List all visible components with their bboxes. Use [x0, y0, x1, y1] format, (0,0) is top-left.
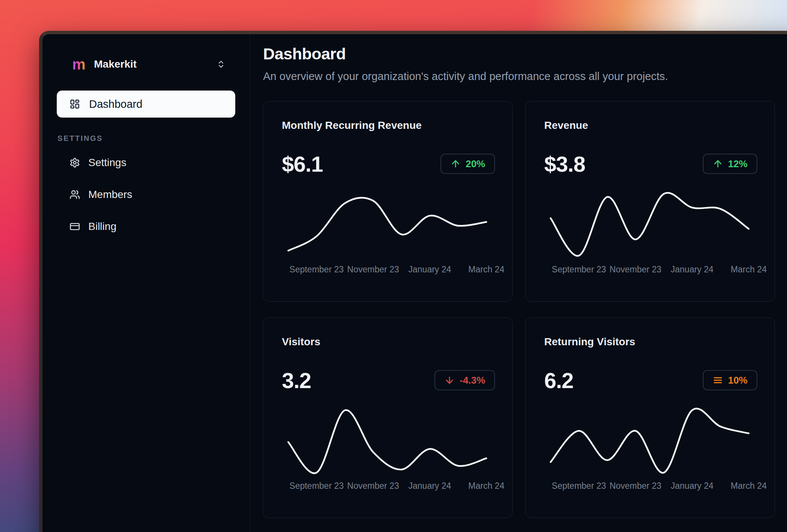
metric-card-returning-visitors: Returning Visitors 6.2 10% — [525, 317, 775, 518]
trend-badge: 10% — [703, 370, 757, 390]
sidebar: m Makerkit Dashboard SETTINGS Settings M… — [42, 34, 250, 532]
sidebar-section-settings: SETTINGS — [58, 134, 235, 143]
x-tick: January 24 — [671, 481, 714, 491]
trend-label: 20% — [466, 158, 485, 170]
card-title: Visitors — [282, 336, 495, 348]
metric-card-visitors: Visitors 3.2 -4.3% Sept — [263, 317, 513, 518]
page-title: Dashboard — [263, 44, 787, 63]
users-icon — [70, 189, 80, 200]
metric-value: $6.1 — [282, 151, 323, 177]
card-title: Returning Visitors — [544, 336, 757, 348]
page-subtitle: An overview of your organization's activ… — [263, 69, 787, 84]
metric-card-monthly-recurring-revenue: Monthly Recurring Revenue $6.1 20% — [263, 101, 513, 302]
trend-badge: 12% — [703, 154, 757, 174]
trend-badge: 20% — [440, 154, 495, 174]
metric-cards-grid: Monthly Recurring Revenue $6.1 20% — [263, 101, 787, 518]
x-tick: September 23 — [552, 264, 606, 275]
gear-icon — [70, 157, 80, 168]
sidebar-item-label: Members — [88, 189, 132, 201]
x-tick: November 23 — [610, 264, 661, 275]
line-chart — [551, 192, 749, 258]
line-chart — [288, 192, 486, 258]
chevrons-up-down-icon — [216, 60, 226, 69]
sidebar-item-label: Dashboard — [89, 98, 142, 110]
metric-value: 3.2 — [282, 368, 311, 393]
sidebar-item-settings[interactable]: Settings — [57, 152, 235, 174]
sidebar-item-dashboard[interactable]: Dashboard — [57, 91, 235, 118]
arrow-up-icon — [713, 159, 723, 169]
sidebar-item-label: Billing — [88, 221, 117, 233]
trend-flat-icon — [713, 375, 723, 385]
credit-card-icon — [70, 221, 80, 232]
x-tick: March 24 — [468, 481, 504, 491]
workspace-switcher[interactable]: m Makerkit — [57, 55, 235, 73]
card-title: Revenue — [544, 119, 757, 131]
line-chart — [288, 408, 486, 475]
trend-label: 12% — [728, 158, 748, 170]
trend-label: 10% — [728, 375, 748, 386]
x-tick: March 24 — [731, 481, 767, 491]
layout-dashboard-icon — [70, 99, 80, 109]
metric-card-revenue: Revenue $3.8 12% Septem — [525, 101, 775, 302]
x-axis: September 23 November 23 January 24 Marc… — [288, 481, 486, 491]
x-tick: November 23 — [610, 481, 661, 491]
x-axis: September 23 November 23 January 24 Marc… — [551, 264, 749, 275]
x-tick: November 23 — [347, 481, 399, 491]
app-window: m Makerkit Dashboard SETTINGS Settings M… — [39, 31, 787, 532]
trend-label: -4.3% — [460, 375, 485, 386]
x-axis: September 23 November 23 January 24 Marc… — [551, 481, 749, 491]
line-chart — [551, 408, 749, 475]
makerkit-logo: m — [72, 57, 86, 71]
metric-value: $3.8 — [544, 151, 585, 177]
x-tick: September 23 — [552, 481, 606, 491]
sidebar-item-billing[interactable]: Billing — [57, 216, 235, 237]
x-tick: January 24 — [671, 264, 714, 275]
x-tick: January 24 — [409, 481, 451, 491]
workspace-name: Makerkit — [94, 58, 216, 70]
arrow-down-icon — [444, 375, 455, 385]
card-title: Monthly Recurring Revenue — [282, 119, 495, 131]
x-tick: January 24 — [409, 264, 451, 275]
trend-badge: -4.3% — [434, 370, 495, 390]
x-tick: March 24 — [731, 264, 767, 275]
x-tick: September 23 — [289, 264, 344, 275]
sidebar-item-label: Settings — [88, 157, 126, 169]
desktop-wallpaper: m Makerkit Dashboard SETTINGS Settings M… — [0, 0, 787, 532]
arrow-up-icon — [450, 159, 461, 169]
x-tick: November 23 — [347, 264, 399, 275]
sidebar-item-members[interactable]: Members — [57, 184, 235, 206]
x-axis: September 23 November 23 January 24 Marc… — [288, 264, 486, 275]
main-content: Dashboard An overview of your organizati… — [250, 34, 787, 532]
metric-value: 6.2 — [544, 368, 574, 393]
x-tick: March 24 — [468, 264, 504, 275]
x-tick: September 23 — [289, 481, 344, 491]
